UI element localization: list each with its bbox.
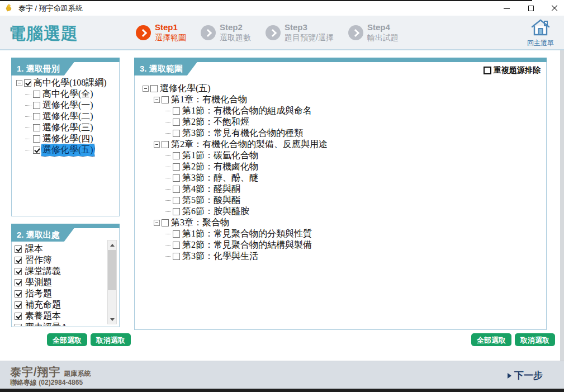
tree-item-label[interactable]: 第2節：常見聚合物的結構與製備 [181,239,313,251]
tree-item-label[interactable]: 選修化學(二) [41,111,94,122]
tree-item[interactable]: 高中化學(全) [15,88,116,100]
select-all-scope-button[interactable]: 全部選取 [471,333,511,346]
list-item[interactable]: 指考題 [15,288,107,299]
list-item[interactable]: 實力評量A [15,322,107,326]
collapse-icon[interactable] [143,86,149,92]
tree-item-checkbox[interactable] [173,242,180,249]
select-all-sources-button[interactable]: 全部選取 [47,333,87,346]
tree-item-label[interactable]: 選修化學(一) [41,100,94,111]
tree-item-checkbox[interactable] [173,253,180,260]
source-checkbox[interactable] [15,290,22,297]
tree-item-checkbox[interactable] [24,79,31,87]
list-item[interactable]: 習作簿 [15,254,107,266]
tree-item-checkbox[interactable] [173,186,180,193]
tree-item[interactable]: 第3章：聚合物 [141,217,543,228]
tree-item-label[interactable]: 第4節：醛與酮 [181,183,241,195]
tree-item-label[interactable]: 第6節：胺與醯胺 [181,206,250,218]
tree-item-checkbox[interactable] [162,219,169,226]
list-item[interactable]: 補充命題 [15,299,107,310]
tree-item[interactable]: 第2節：不飽和烴 [141,116,543,127]
tree-item-checkbox[interactable] [173,152,180,159]
home-menu-button[interactable]: 回主選單 [525,19,556,48]
tree-item-label[interactable]: 高中化學(108課綱) [32,77,108,89]
tree-item-checkbox[interactable] [33,147,40,154]
tree-item-label[interactable]: 第2節：有機鹵化物 [181,161,259,173]
tree-item[interactable]: 第1節：有機化合物的組成與命名 [141,105,543,116]
collapse-icon[interactable] [154,220,160,226]
tree-item-label[interactable]: 第3節：化學與生活 [181,251,259,262]
tree-item-checkbox[interactable] [162,141,169,148]
collapse-icon[interactable] [16,80,22,86]
tree-item-checkbox[interactable] [173,230,180,238]
close-button[interactable] [545,1,564,16]
tree-item-checkbox[interactable] [173,197,180,204]
list-item[interactable]: 課本 [15,243,107,254]
tree-item-label[interactable]: 第3節：醇、酚、醚 [181,172,259,184]
tree-item-label[interactable]: 第1節：常見聚合物的分類與性質 [181,228,313,240]
collapse-icon[interactable] [154,97,160,103]
step-3[interactable]: Step3題目預覽/選擇 [266,22,334,43]
tree-item[interactable]: 高中化學(108課綱) [15,77,116,88]
tree-item[interactable]: 第1章：有機化合物 [141,94,543,105]
scrollbar[interactable] [107,240,117,324]
tree-item-checkbox[interactable] [173,107,180,115]
tree-item[interactable]: 選修化學(五) [15,144,116,155]
tree-item-label[interactable]: 高中化學(全) [41,88,94,100]
next-step-button[interactable]: 下一步 [508,369,543,382]
deselect-all-scope-button[interactable]: 取消選取 [515,333,555,346]
tree-item-label[interactable]: 第2節：不飽和烴 [181,116,250,128]
tree-item[interactable]: 第3節：常見有機化合物的種類 [141,127,543,139]
tree-item-checkbox[interactable] [33,113,40,120]
step-1[interactable]: Step1選擇範圍 [136,22,186,43]
tree-item-checkbox[interactable] [33,135,40,143]
tree-item-label[interactable]: 第3章：聚合物 [170,217,230,229]
tree-item[interactable]: 第5節：酸與酯 [141,195,543,206]
tree-item-checkbox[interactable] [173,174,180,182]
tree-item-label[interactable]: 第1節：有機化合物的組成與命名 [181,105,313,117]
tree-item[interactable]: 選修化學(四) [15,133,116,144]
source-checkbox[interactable] [15,268,22,275]
tree-item-checkbox[interactable] [173,119,180,126]
scroll-up-button[interactable] [108,240,116,249]
tree-item[interactable]: 選修化學(二) [15,111,116,122]
source-checkbox[interactable] [15,245,22,253]
tree-item-label[interactable]: 第2章：有機化合物的製備、反應與用途 [170,139,329,150]
tree-item-label[interactable]: 第1章：有機化合物 [170,94,248,106]
tree-item-checkbox[interactable] [33,91,40,98]
tree-item-label[interactable]: 第3節：常見有機化合物的種類 [181,127,304,139]
tree-item[interactable]: 選修化學(五) [141,83,543,94]
tree-item-label[interactable]: 選修化學(四) [41,133,94,145]
source-checkbox[interactable] [15,279,22,286]
tree-item[interactable]: 選修化學(三) [15,122,116,133]
tree-item[interactable]: 第3節：化學與生活 [141,251,543,262]
tree-item[interactable]: 選修化學(一) [15,100,116,111]
tree-item-checkbox[interactable] [33,124,40,131]
scroll-down-button[interactable] [108,315,116,324]
source-checkbox[interactable] [15,313,22,320]
tree-item-checkbox[interactable] [150,85,158,92]
maximize-button[interactable] [522,1,541,16]
source-checkbox[interactable] [15,324,22,327]
tree-item-label[interactable]: 選修化學(五) [41,144,94,156]
tree-item-checkbox[interactable] [162,96,169,103]
list-item[interactable]: 學測題 [15,277,107,288]
source-checkbox[interactable] [15,301,22,309]
tree-item[interactable]: 第6節：胺與醯胺 [141,206,543,217]
tree-item-label[interactable]: 第5節：酸與酯 [181,195,241,206]
tree-item-label[interactable]: 選修化學(五) [159,83,212,95]
list-item[interactable]: 素養題本 [15,310,107,322]
list-item[interactable]: 課堂講義 [15,266,107,277]
source-checkbox[interactable] [15,257,22,264]
tree-item-checkbox[interactable] [173,130,180,137]
tree-item-label[interactable]: 第1節：碳氫化合物 [181,150,259,162]
collapse-icon[interactable] [154,141,160,148]
tree-item[interactable]: 第1節：碳氫化合物 [141,150,543,161]
tree-item-label[interactable]: 選修化學(三) [41,122,94,134]
step-4[interactable]: Step4輸出試題 [348,22,399,43]
tree-item[interactable]: 第4節：醛與酮 [141,183,543,195]
tree-item[interactable]: 第1節：常見聚合物的分類與性質 [141,228,543,239]
scrollbar-thumb[interactable] [108,250,116,290]
tree-item[interactable]: 第2節：有機鹵化物 [141,161,543,172]
duplicate-source-checkbox[interactable] [484,67,491,74]
deselect-all-sources-button[interactable]: 取消選取 [91,333,131,346]
